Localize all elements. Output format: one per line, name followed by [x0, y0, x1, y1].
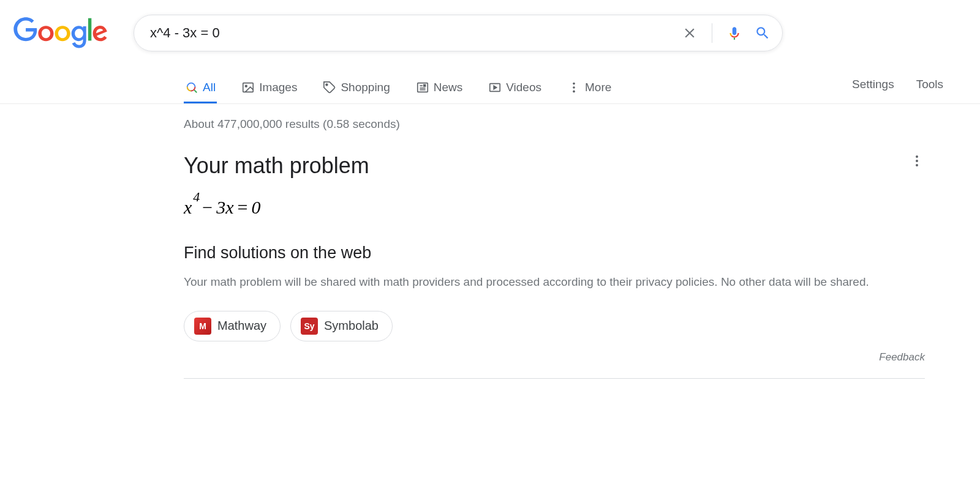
- tab-label: Images: [259, 81, 297, 94]
- svg-point-13: [573, 83, 575, 85]
- math-problem-title: Your math problem: [184, 153, 369, 179]
- svg-point-6: [326, 84, 328, 86]
- tools-link[interactable]: Tools: [916, 78, 943, 91]
- tab-images[interactable]: Images: [240, 72, 298, 103]
- provider-symbolab[interactable]: Sy Symbolab: [290, 311, 393, 341]
- search-box: [134, 15, 783, 51]
- provider-label: Symbolab: [324, 319, 379, 333]
- tab-label: Shopping: [341, 81, 390, 94]
- tab-label: More: [585, 81, 611, 94]
- provider-mathway[interactable]: M Mathway: [184, 311, 281, 341]
- find-solutions-title: Find solutions on the web: [184, 244, 925, 262]
- tab-label: All: [203, 81, 216, 94]
- svg-point-5: [246, 85, 247, 87]
- svg-point-15: [573, 91, 575, 93]
- result-stats: About 477,000,000 results (0.58 seconds): [184, 117, 943, 131]
- settings-link[interactable]: Settings: [852, 78, 894, 91]
- math-problem-card: Your math problem x4−3x=0 Find solutions…: [184, 153, 925, 379]
- svg-rect-11: [424, 84, 426, 86]
- mathway-icon: M: [194, 318, 211, 335]
- feedback-link[interactable]: Feedback: [184, 351, 925, 363]
- svg-line-1: [194, 90, 197, 93]
- tab-news[interactable]: News: [415, 72, 464, 103]
- tab-label: News: [434, 81, 463, 94]
- divider: [712, 23, 712, 43]
- provider-label: Mathway: [217, 319, 266, 333]
- svg-rect-4: [243, 83, 254, 92]
- equation-display: x4−3x=0: [184, 195, 925, 218]
- tab-label: Videos: [506, 81, 541, 94]
- tab-more[interactable]: More: [566, 72, 612, 103]
- tab-all[interactable]: All: [184, 72, 217, 103]
- google-logo[interactable]: [12, 17, 109, 51]
- clear-icon[interactable]: [681, 24, 698, 42]
- svg-point-14: [573, 86, 575, 89]
- tab-shopping[interactable]: Shopping: [322, 72, 391, 103]
- voice-search-icon[interactable]: [726, 24, 743, 42]
- more-options-icon[interactable]: [909, 153, 925, 169]
- search-input[interactable]: [145, 25, 681, 41]
- svg-rect-7: [417, 83, 428, 92]
- privacy-disclaimer: Your math problem will be shared with ma…: [184, 274, 900, 291]
- tab-videos[interactable]: Videos: [487, 72, 543, 103]
- search-icon[interactable]: [754, 24, 771, 42]
- symbolab-icon: Sy: [301, 318, 318, 335]
